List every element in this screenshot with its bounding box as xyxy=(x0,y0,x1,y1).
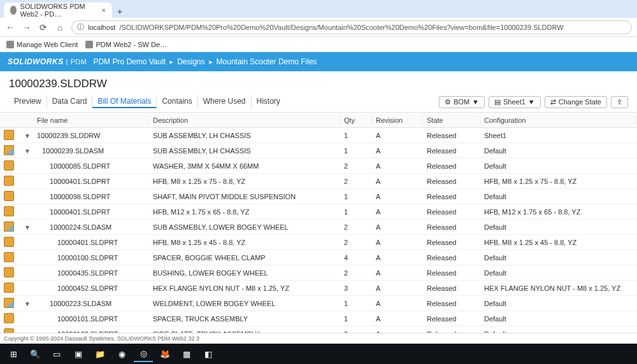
table-row[interactable]: ▼10000223.SLDASMWELDMENT, LOWER BOGEY WH… xyxy=(0,296,637,311)
cell-description: HEX FLANGE NYLON NUT - M8 x 1.25, YZ xyxy=(149,284,340,292)
cell-state: Released xyxy=(423,300,480,307)
cell-configuration: Default xyxy=(480,269,637,277)
table-row[interactable]: ▼10000224.SLDASMSUB ASSMEBLY, LOWER BOGE… xyxy=(0,220,637,235)
col-description[interactable]: Description xyxy=(149,116,340,124)
cell-state: Released xyxy=(423,223,480,231)
col-revision[interactable]: Revision xyxy=(372,116,423,124)
browser-tab[interactable]: SOLIDWORKS PDM Web2 - PD… × xyxy=(4,3,112,18)
tab-history[interactable]: History xyxy=(252,95,285,108)
expand-toggle[interactable]: ▼ xyxy=(24,300,31,307)
chrome-icon[interactable]: ◎ xyxy=(134,346,153,362)
cell-state: Released xyxy=(423,178,480,185)
bookmark-item[interactable]: PDM Web2 - SW De… xyxy=(85,41,167,48)
explorer-icon[interactable]: 📁 xyxy=(90,346,110,362)
expand-toggle[interactable]: ▼ xyxy=(24,148,31,155)
tab-preview[interactable]: Preview xyxy=(9,95,47,108)
table-row[interactable]: 10000435.SLDPRTBUSHING, LOWER BOGEY WHEE… xyxy=(0,265,637,281)
bom-dropdown[interactable]: ⚙BOM ▼ xyxy=(439,96,485,108)
share-button[interactable]: ⇪ xyxy=(611,96,628,108)
cell-revision: A xyxy=(372,315,423,323)
home-icon[interactable]: ⌂ xyxy=(55,22,65,32)
cell-revision: A xyxy=(372,162,423,170)
cell-qty: 1 xyxy=(340,147,372,155)
tab-where-used[interactable]: Where Used xyxy=(198,95,252,108)
reload-icon[interactable]: ⟳ xyxy=(38,22,48,32)
cell-state: Released xyxy=(423,254,480,262)
app-icon[interactable]: ▦ xyxy=(177,346,196,362)
cell-description: WASHER, 3MM X 54MM X 66MM xyxy=(149,162,340,170)
cell-revision: A xyxy=(372,284,423,292)
cell-description: HFB, M8 x 1.25 x 45 - 8.8, YZ xyxy=(149,239,340,246)
cell-qty: 4 xyxy=(340,254,372,262)
edge-icon[interactable]: ◉ xyxy=(112,346,131,362)
table-row[interactable]: 10000101.SLDPRTSPACER, TRUCK ASSEMBLY1AR… xyxy=(0,311,637,326)
cell-filename: 10000224.SLDASM xyxy=(33,223,149,231)
close-icon[interactable]: × xyxy=(102,6,106,14)
browser-tab-strip: SOLIDWORKS PDM Web2 - PD… × + xyxy=(0,0,637,18)
gear-icon: ⚙ xyxy=(445,98,451,106)
bookmarks-bar: Manage Web Client PDM Web2 - SW De… xyxy=(0,37,637,52)
cell-description: SUB ASSMEBLY, LOWER BOGEY WHEEL xyxy=(149,223,340,231)
cell-revision: A xyxy=(372,269,423,277)
firefox-icon[interactable]: 🦊 xyxy=(155,346,175,362)
table-row[interactable]: 10000452.SLDPRTHEX FLANGE NYLON NUT - M8… xyxy=(0,281,637,296)
forward-icon[interactable]: → xyxy=(22,22,32,32)
cell-revision: A xyxy=(372,178,423,185)
cell-configuration: Default xyxy=(480,147,637,155)
change-state-button[interactable]: ⇄Change State xyxy=(545,96,607,108)
table-row[interactable]: 10000085.SLDPRTWASHER, 3MM X 54MM X 66MM… xyxy=(0,158,637,174)
tab-data-card[interactable]: Data Card xyxy=(47,95,93,108)
url-field[interactable]: ⓘ localhost /SOLIDWORKSPDM/PDM%20Pro%20D… xyxy=(71,20,632,34)
cell-configuration: HFB, M8 x 1.25 x 75 - 8.8, YZ xyxy=(480,178,637,185)
breadcrumb-item[interactable]: Designs xyxy=(177,57,204,66)
cell-filename: 10000100.SLDPRT xyxy=(33,254,149,262)
start-button[interactable]: ⊞ xyxy=(4,346,23,362)
table-row[interactable]: 10000098.SLDPRTSHAFT, MAIN PIVOT MIDDLE … xyxy=(0,189,637,204)
cell-state: Released xyxy=(423,193,480,200)
cell-revision: A xyxy=(372,193,423,200)
cell-state: Released xyxy=(423,147,480,155)
browser-toolbar: ← → ⟳ ⌂ ⓘ localhost /SOLIDWORKSPDM/PDM%2… xyxy=(0,18,637,37)
cell-qty: 1 xyxy=(340,300,372,307)
table-row[interactable]: 10000401.SLDPRTHFB, M12 x 1.75 x 65 - 8.… xyxy=(0,204,637,220)
cell-state: Released xyxy=(423,239,480,246)
table-row[interactable]: ▼10000239.SLDDRWSUB ASSEMBLY, LH CHASSIS… xyxy=(0,128,637,143)
workflow-icon: ⇄ xyxy=(550,98,556,106)
sheet-icon: ▤ xyxy=(494,98,501,106)
task-view-icon[interactable]: ▭ xyxy=(47,346,66,362)
expand-toggle[interactable]: ▼ xyxy=(24,224,31,231)
share-icon: ⇪ xyxy=(617,98,622,106)
table-row[interactable]: 10000100.SLDPRTSPACER, BOGGIE WHEEL CLAM… xyxy=(0,250,637,265)
col-filename[interactable]: File name xyxy=(33,116,149,124)
sheet-dropdown[interactable]: ▤Sheet1 ▼ xyxy=(489,96,541,108)
table-row[interactable]: 10000401.SLDPRTHFB, M8 x 1.25 x 75 - 8.8… xyxy=(0,174,637,189)
powershell-icon[interactable]: ▣ xyxy=(69,346,88,362)
tab-bill-of-materials[interactable]: Bill Of Materials xyxy=(92,95,157,108)
bookmark-icon xyxy=(6,41,14,48)
tab-contains[interactable]: Contains xyxy=(157,95,197,108)
col-qty[interactable]: Qty xyxy=(340,116,372,124)
cell-state: Released xyxy=(423,162,480,170)
search-icon[interactable]: 🔍 xyxy=(25,346,45,362)
cell-configuration: HFB, M12 x 1.75 x 65 - 8.8, YZ xyxy=(480,208,637,216)
app-icon[interactable]: ◧ xyxy=(199,346,218,362)
col-configuration[interactable]: Configuration xyxy=(480,116,637,124)
breadcrumb: PDM Pro Demo Vault ▸ Designs ▸ Mountain … xyxy=(93,57,317,66)
breadcrumb-item[interactable]: Mountain Scooter Demo Files xyxy=(217,57,317,66)
asm-icon xyxy=(4,221,14,232)
cell-description: SHAFT, MAIN PIVOT MIDDLE SUSPENSION xyxy=(149,193,340,200)
breadcrumb-item[interactable]: PDM Pro Demo Vault xyxy=(93,57,166,66)
back-icon[interactable]: ← xyxy=(5,22,15,32)
app-header: SOLIDWORKS | PDM PDM Pro Demo Vault ▸ De… xyxy=(0,52,637,71)
view-tabs: PreviewData CardBill Of MaterialsContain… xyxy=(0,93,637,113)
new-tab-button[interactable]: + xyxy=(112,6,127,18)
cell-description: SPACER, TRUCK ASSEMBLY xyxy=(149,315,340,323)
cell-configuration: Default xyxy=(480,223,637,231)
bookmark-item[interactable]: Manage Web Client xyxy=(6,41,78,48)
table-row[interactable]: 10000401.SLDPRTHFB, M8 x 1.25 x 45 - 8.8… xyxy=(0,235,637,250)
cell-qty: 2 xyxy=(340,223,372,231)
col-state[interactable]: State xyxy=(423,116,480,124)
table-row[interactable]: ▼10000239.SLDASMSUB ASSEMBLY, LH CHASSIS… xyxy=(0,143,637,158)
expand-toggle[interactable]: ▼ xyxy=(24,132,31,139)
cell-revision: A xyxy=(372,239,423,246)
